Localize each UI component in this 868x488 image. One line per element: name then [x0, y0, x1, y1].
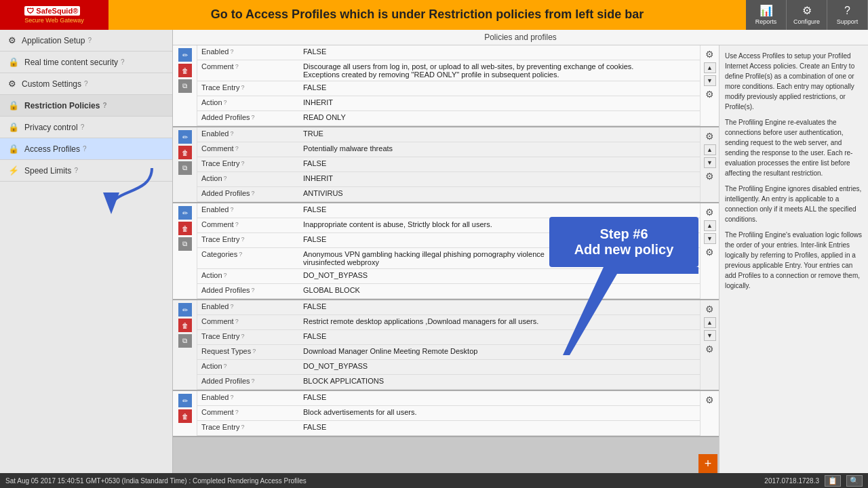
- nav-reports[interactable]: 📊 Reports: [746, 0, 787, 30]
- up-button-1[interactable]: ▲: [704, 62, 716, 73]
- sidebar-item-label: Privacy control: [24, 123, 78, 132]
- help-icon[interactable]: ?: [83, 145, 87, 152]
- help-icon[interactable]: ?: [230, 303, 233, 310]
- help-icon[interactable]: ?: [235, 409, 239, 415]
- edit-button-1[interactable]: ✏: [178, 48, 192, 62]
- copy-button-2[interactable]: ⧉: [178, 161, 192, 175]
- help-icon[interactable]: ?: [74, 167, 78, 174]
- nav-support[interactable]: ? Support: [827, 0, 868, 30]
- help-icon[interactable]: ?: [230, 206, 233, 213]
- help-icon[interactable]: ?: [235, 318, 239, 325]
- edit-button-5[interactable]: ✏: [178, 394, 192, 407]
- help-icon[interactable]: ?: [235, 221, 239, 228]
- help-icon[interactable]: ?: [239, 251, 242, 258]
- policy-actions-right-3: ⚙ ▲ ▼ ⚙: [700, 203, 719, 299]
- delete-button-3[interactable]: 🗑: [178, 222, 192, 235]
- info-para-4: The Profiling Engine's evaluation logic …: [725, 230, 863, 291]
- policy-row: Added Profiles ? ANTIVIRUS: [197, 187, 700, 202]
- restriction-policies-icon: 🔒: [8, 100, 19, 110]
- field-label: Request Types ?: [197, 345, 299, 357]
- help-icon[interactable]: ?: [241, 424, 244, 430]
- help-icon[interactable]: ?: [84, 80, 88, 87]
- content-title-text: Policies and profiles: [484, 33, 557, 42]
- gear-button-3b[interactable]: ⚙: [704, 246, 716, 258]
- policy-row: Enabled ? TRUE: [197, 127, 700, 142]
- help-icon[interactable]: ?: [102, 102, 106, 109]
- help-icon[interactable]: ?: [252, 287, 255, 293]
- sidebar-item-custom-settings[interactable]: ⚙ Custom Settings ?: [0, 73, 172, 95]
- help-icon[interactable]: ?: [224, 272, 227, 279]
- field-label: Action ?: [197, 96, 299, 108]
- policy-row: Action ? DO_NOT_BYPASS: [197, 360, 700, 375]
- gear-button-4b[interactable]: ⚙: [704, 343, 716, 355]
- help-icon[interactable]: ?: [230, 48, 233, 55]
- gear-button-1b[interactable]: ⚙: [704, 88, 716, 100]
- field-label: Trace Entry ?: [197, 81, 299, 94]
- gear-button-2[interactable]: ⚙: [704, 130, 716, 142]
- field-value: FALSE: [299, 45, 700, 58]
- sidebar-item-application-setup[interactable]: ⚙ Application Setup ?: [0, 30, 172, 52]
- down-button-4[interactable]: ▼: [704, 330, 716, 341]
- gear-button-3[interactable]: ⚙: [704, 206, 716, 218]
- sidebar-item-restriction-policies[interactable]: 🔒 Restriction Policies ?: [0, 95, 172, 117]
- down-button-1[interactable]: ▼: [704, 75, 716, 86]
- field-label: Enabled ?: [197, 300, 299, 312]
- help-icon[interactable]: ?: [252, 190, 255, 197]
- policy-row: Enabled ? FALSE: [197, 391, 700, 406]
- copy-button-4[interactable]: ⧉: [178, 334, 192, 348]
- up-button-3[interactable]: ▲: [704, 220, 716, 231]
- help-icon[interactable]: ?: [224, 175, 227, 182]
- help-icon[interactable]: ?: [81, 123, 85, 131]
- down-button-2[interactable]: ▼: [704, 157, 716, 168]
- field-label: Trace Entry ?: [197, 233, 299, 245]
- gear-button-2b[interactable]: ⚙: [704, 170, 716, 182]
- delete-button-4[interactable]: 🗑: [178, 319, 192, 332]
- up-button-2[interactable]: ▲: [704, 144, 716, 155]
- policy-main-1: Enabled ? FALSE Comment ? Discourage all…: [197, 45, 700, 126]
- footer-clipboard-button[interactable]: 📋: [825, 475, 841, 487]
- step-line2: Add new policy: [564, 242, 684, 258]
- delete-button-1[interactable]: 🗑: [178, 64, 192, 77]
- copy-button-1[interactable]: ⧉: [178, 79, 192, 93]
- sidebar-item-privacy-control[interactable]: 🔒 Privacy control ?: [0, 117, 172, 138]
- help-icon[interactable]: ?: [252, 114, 255, 121]
- policy-actions-left-5: ✏ 🗑: [173, 391, 197, 436]
- nav-configure[interactable]: ⚙ Configure: [787, 0, 827, 30]
- help-icon[interactable]: ?: [241, 333, 244, 340]
- content-body: ✏ 🗑 ⧉ Enabled ? FALSE Comment ? Disc: [173, 45, 868, 488]
- configure-icon: ⚙: [802, 4, 812, 17]
- gear-button-5[interactable]: ⚙: [704, 394, 716, 406]
- edit-button-2[interactable]: ✏: [178, 130, 192, 144]
- field-label: Enabled ?: [197, 391, 299, 403]
- help-icon[interactable]: ?: [230, 130, 233, 137]
- header: 🛡 SafeSquid® Secure Web Gateway Go to Ac…: [0, 0, 868, 30]
- help-icon[interactable]: ?: [224, 363, 227, 369]
- help-icon[interactable]: ?: [87, 37, 92, 44]
- edit-button-4[interactable]: ✏: [178, 303, 192, 317]
- add-policy-button[interactable]: +: [698, 454, 717, 473]
- help-icon[interactable]: ?: [121, 58, 125, 66]
- sidebar-item-realtime-content[interactable]: 🔒 Real time content security ?: [0, 52, 172, 73]
- help-icon[interactable]: ?: [235, 63, 239, 70]
- help-icon[interactable]: ?: [252, 378, 255, 384]
- help-icon[interactable]: ?: [235, 145, 239, 152]
- help-icon[interactable]: ?: [224, 99, 227, 106]
- up-button-4[interactable]: ▲: [704, 317, 716, 328]
- help-icon[interactable]: ?: [230, 394, 233, 401]
- delete-button-5[interactable]: 🗑: [178, 409, 192, 423]
- delete-button-2[interactable]: 🗑: [178, 146, 192, 159]
- footer-search-button[interactable]: 🔍: [846, 475, 863, 487]
- help-icon[interactable]: ?: [241, 160, 244, 167]
- help-icon[interactable]: ?: [241, 236, 244, 243]
- logo: 🛡 SafeSquid® Secure Web Gateway: [0, 0, 108, 30]
- edit-button-3[interactable]: ✏: [178, 206, 192, 220]
- field-value: DO_NOT_BYPASS: [299, 360, 700, 372]
- gear-button-4[interactable]: ⚙: [704, 303, 716, 315]
- down-button-3[interactable]: ▼: [704, 233, 716, 244]
- help-icon[interactable]: ?: [241, 84, 244, 91]
- gear-button-1[interactable]: ⚙: [704, 48, 716, 60]
- copy-button-3[interactable]: ⧉: [178, 237, 192, 251]
- help-icon[interactable]: ?: [252, 348, 256, 354]
- reports-icon: 📊: [760, 4, 773, 17]
- sidebar-item-access-profiles[interactable]: 🔒 Access Profiles ?: [0, 138, 172, 160]
